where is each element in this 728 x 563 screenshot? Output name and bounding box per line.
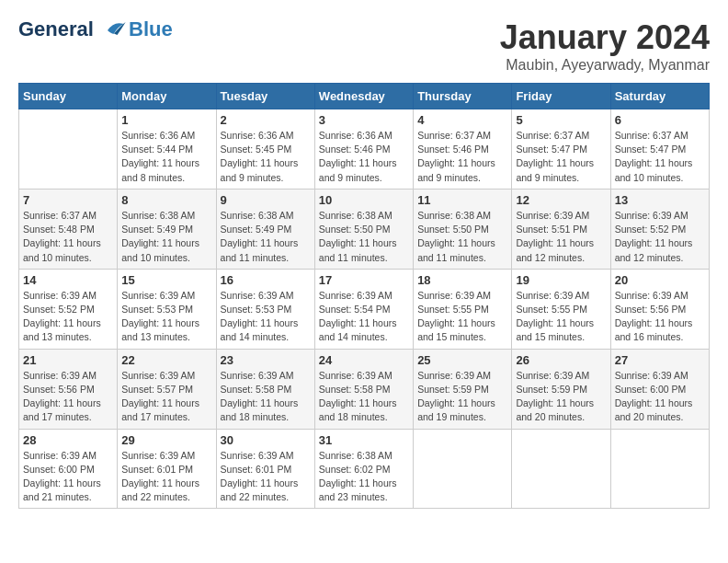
page-subtitle: Maubin, Ayeyarwady, Myanmar [500, 57, 710, 74]
day-content: Sunrise: 6:36 AM Sunset: 5:45 PM Dayligh… [221, 129, 311, 185]
calendar-cell: 6Sunrise: 6:37 AM Sunset: 5:47 PM Daylig… [610, 109, 709, 190]
calendar-cell: 27Sunrise: 6:39 AM Sunset: 6:00 PM Dayli… [610, 349, 709, 429]
calendar-cell: 17Sunrise: 6:39 AM Sunset: 5:54 PM Dayli… [314, 269, 413, 349]
calendar-week-row: 28Sunrise: 6:39 AM Sunset: 6:00 PM Dayli… [19, 429, 710, 509]
calendar-cell: 24Sunrise: 6:39 AM Sunset: 5:58 PM Dayli… [314, 349, 413, 429]
calendar-cell: 7Sunrise: 6:37 AM Sunset: 5:48 PM Daylig… [19, 189, 118, 269]
day-number: 15 [121, 273, 211, 287]
day-content: Sunrise: 6:39 AM Sunset: 6:01 PM Dayligh… [121, 449, 211, 505]
weekday-header: Sunday [19, 84, 118, 109]
day-number: 12 [516, 193, 606, 207]
calendar-cell: 16Sunrise: 6:39 AM Sunset: 5:53 PM Dayli… [216, 269, 314, 349]
calendar-cell: 3Sunrise: 6:36 AM Sunset: 5:46 PM Daylig… [314, 109, 413, 190]
calendar-cell: 26Sunrise: 6:39 AM Sunset: 5:59 PM Dayli… [512, 349, 610, 429]
day-content: Sunrise: 6:39 AM Sunset: 5:55 PM Dayligh… [417, 289, 507, 345]
weekday-header: Saturday [610, 84, 709, 109]
calendar-cell: 28Sunrise: 6:39 AM Sunset: 6:00 PM Dayli… [19, 429, 118, 509]
day-number: 21 [23, 353, 113, 367]
day-content: Sunrise: 6:39 AM Sunset: 5:51 PM Dayligh… [516, 209, 606, 265]
calendar-cell [19, 109, 118, 190]
day-number: 24 [319, 353, 409, 367]
day-content: Sunrise: 6:39 AM Sunset: 5:52 PM Dayligh… [615, 209, 705, 265]
day-content: Sunrise: 6:38 AM Sunset: 5:50 PM Dayligh… [319, 209, 409, 265]
calendar-cell: 1Sunrise: 6:36 AM Sunset: 5:44 PM Daylig… [118, 109, 216, 190]
calendar-week-row: 1Sunrise: 6:36 AM Sunset: 5:44 PM Daylig… [19, 109, 710, 190]
day-number: 19 [516, 273, 606, 287]
calendar-cell: 31Sunrise: 6:38 AM Sunset: 6:02 PM Dayli… [314, 429, 413, 509]
day-number: 10 [319, 193, 409, 207]
day-content: Sunrise: 6:38 AM Sunset: 5:50 PM Dayligh… [417, 209, 507, 265]
calendar-cell: 2Sunrise: 6:36 AM Sunset: 5:45 PM Daylig… [216, 109, 314, 190]
title-block: January 2024 Maubin, Ayeyarwady, Myanmar [500, 18, 710, 74]
calendar-cell: 14Sunrise: 6:39 AM Sunset: 5:52 PM Dayli… [19, 269, 118, 349]
day-content: Sunrise: 6:39 AM Sunset: 6:01 PM Dayligh… [221, 449, 311, 505]
day-content: Sunrise: 6:39 AM Sunset: 5:52 PM Dayligh… [23, 289, 113, 345]
day-content: Sunrise: 6:39 AM Sunset: 5:59 PM Dayligh… [516, 369, 606, 425]
day-number: 3 [319, 113, 409, 127]
day-content: Sunrise: 6:38 AM Sunset: 6:02 PM Dayligh… [319, 449, 409, 505]
weekday-header: Tuesday [216, 84, 314, 109]
day-number: 20 [615, 273, 705, 287]
calendar-cell: 20Sunrise: 6:39 AM Sunset: 5:56 PM Dayli… [610, 269, 709, 349]
page-header: General Blue January 2024 Maubin, Ayeyar… [18, 18, 710, 74]
day-number: 2 [221, 113, 311, 127]
day-number: 26 [516, 353, 606, 367]
day-content: Sunrise: 6:39 AM Sunset: 5:57 PM Dayligh… [121, 369, 211, 425]
day-number: 5 [516, 113, 606, 127]
day-content: Sunrise: 6:39 AM Sunset: 5:59 PM Dayligh… [417, 369, 507, 425]
calendar-cell: 4Sunrise: 6:37 AM Sunset: 5:46 PM Daylig… [414, 109, 512, 190]
calendar-week-row: 14Sunrise: 6:39 AM Sunset: 5:52 PM Dayli… [19, 269, 710, 349]
day-content: Sunrise: 6:37 AM Sunset: 5:47 PM Dayligh… [615, 129, 705, 185]
day-number: 11 [417, 193, 507, 207]
day-number: 13 [615, 193, 705, 207]
day-content: Sunrise: 6:39 AM Sunset: 5:55 PM Dayligh… [516, 289, 606, 345]
day-number: 31 [319, 433, 409, 447]
calendar-cell: 25Sunrise: 6:39 AM Sunset: 5:59 PM Dayli… [414, 349, 512, 429]
day-content: Sunrise: 6:39 AM Sunset: 5:53 PM Dayligh… [121, 289, 211, 345]
day-number: 16 [221, 273, 311, 287]
day-content: Sunrise: 6:38 AM Sunset: 5:49 PM Dayligh… [221, 209, 311, 265]
calendar-cell: 11Sunrise: 6:38 AM Sunset: 5:50 PM Dayli… [414, 189, 512, 269]
calendar-cell: 21Sunrise: 6:39 AM Sunset: 5:56 PM Dayli… [19, 349, 118, 429]
calendar-cell: 13Sunrise: 6:39 AM Sunset: 5:52 PM Dayli… [610, 189, 709, 269]
day-number: 27 [615, 353, 705, 367]
calendar-cell: 15Sunrise: 6:39 AM Sunset: 5:53 PM Dayli… [118, 269, 216, 349]
day-number: 28 [23, 433, 113, 447]
day-number: 6 [615, 113, 705, 127]
day-content: Sunrise: 6:36 AM Sunset: 5:46 PM Dayligh… [319, 129, 409, 185]
day-number: 17 [319, 273, 409, 287]
day-number: 25 [417, 353, 507, 367]
day-number: 18 [417, 273, 507, 287]
weekday-header: Monday [118, 84, 216, 109]
weekday-header: Thursday [414, 84, 512, 109]
day-number: 4 [417, 113, 507, 127]
calendar-cell: 18Sunrise: 6:39 AM Sunset: 5:55 PM Dayli… [414, 269, 512, 349]
day-content: Sunrise: 6:39 AM Sunset: 5:53 PM Dayligh… [221, 289, 311, 345]
day-number: 9 [221, 193, 311, 207]
day-content: Sunrise: 6:37 AM Sunset: 5:47 PM Dayligh… [516, 129, 606, 185]
day-content: Sunrise: 6:39 AM Sunset: 5:54 PM Dayligh… [319, 289, 409, 345]
day-content: Sunrise: 6:39 AM Sunset: 5:56 PM Dayligh… [615, 289, 705, 345]
calendar-cell: 29Sunrise: 6:39 AM Sunset: 6:01 PM Dayli… [118, 429, 216, 509]
day-content: Sunrise: 6:39 AM Sunset: 6:00 PM Dayligh… [615, 369, 705, 425]
calendar-header-row: SundayMondayTuesdayWednesdayThursdayFrid… [19, 84, 710, 109]
day-number: 22 [121, 353, 211, 367]
calendar-table: SundayMondayTuesdayWednesdayThursdayFrid… [18, 83, 710, 509]
calendar-cell: 22Sunrise: 6:39 AM Sunset: 5:57 PM Dayli… [118, 349, 216, 429]
calendar-cell: 8Sunrise: 6:38 AM Sunset: 5:49 PM Daylig… [118, 189, 216, 269]
day-content: Sunrise: 6:39 AM Sunset: 5:58 PM Dayligh… [319, 369, 409, 425]
calendar-cell: 30Sunrise: 6:39 AM Sunset: 6:01 PM Dayli… [216, 429, 314, 509]
day-number: 29 [121, 433, 211, 447]
day-number: 30 [221, 433, 311, 447]
calendar-cell: 5Sunrise: 6:37 AM Sunset: 5:47 PM Daylig… [512, 109, 610, 190]
calendar-week-row: 21Sunrise: 6:39 AM Sunset: 5:56 PM Dayli… [19, 349, 710, 429]
calendar-cell [414, 429, 512, 509]
logo: General Blue [18, 18, 173, 40]
day-content: Sunrise: 6:36 AM Sunset: 5:44 PM Dayligh… [121, 129, 211, 185]
calendar-cell [610, 429, 709, 509]
calendar-cell [512, 429, 610, 509]
page-title: January 2024 [500, 18, 710, 57]
calendar-cell: 9Sunrise: 6:38 AM Sunset: 5:49 PM Daylig… [216, 189, 314, 269]
calendar-cell: 12Sunrise: 6:39 AM Sunset: 5:51 PM Dayli… [512, 189, 610, 269]
day-number: 7 [23, 193, 113, 207]
